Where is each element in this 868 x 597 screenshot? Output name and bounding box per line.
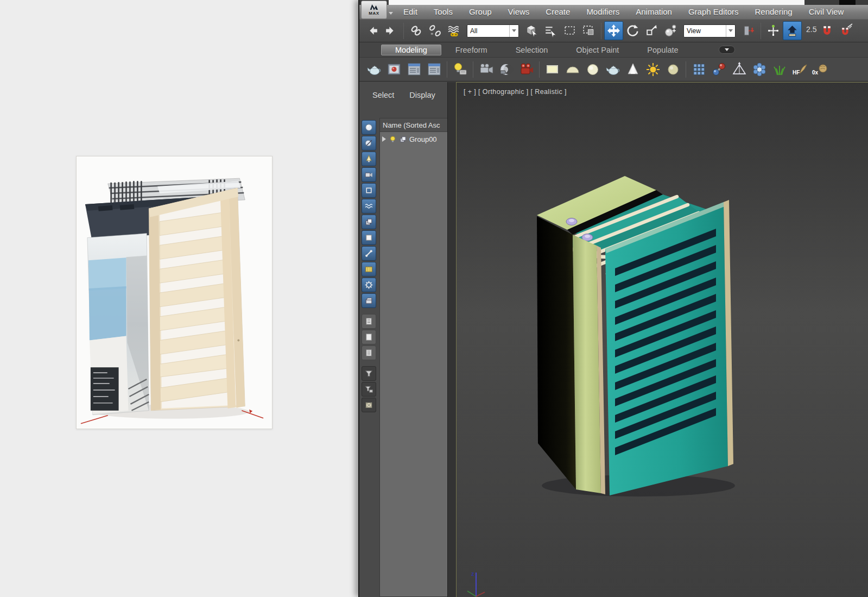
- filter-icon[interactable]: [362, 366, 376, 381]
- rendered-frame-icon[interactable]: [384, 59, 404, 79]
- video-camera-icon[interactable]: [516, 59, 536, 79]
- angle-snap-icon[interactable]: [837, 21, 856, 40]
- molecule-icon[interactable]: [709, 59, 729, 79]
- menu-views[interactable]: Views: [500, 5, 538, 19]
- visibility-bulb-icon[interactable]: [389, 135, 397, 143]
- render-setup-icon[interactable]: [404, 59, 424, 79]
- geometry-icon[interactable]: [362, 120, 376, 135]
- ribbon-config-dropdown[interactable]: [719, 46, 735, 54]
- bones-icon[interactable]: [362, 246, 376, 261]
- max-window: MAX Edit Tools Group Views Create Modifi…: [358, 0, 868, 597]
- menu-create[interactable]: Create: [537, 5, 578, 19]
- xrefs-icon[interactable]: [362, 230, 376, 245]
- menu-group[interactable]: Group: [461, 5, 500, 19]
- explorer-menu-select[interactable]: Select: [372, 91, 394, 99]
- title-bar: [359, 0, 868, 5]
- night-camera-icon[interactable]: [496, 59, 516, 79]
- scale-icon[interactable]: [642, 21, 661, 40]
- camera-icon[interactable]: [476, 59, 496, 79]
- select-object-icon[interactable]: [522, 21, 541, 40]
- cone-icon[interactable]: [623, 59, 643, 79]
- title-bar-light-segment: [389, 0, 804, 5]
- grass-icon[interactable]: [769, 59, 789, 79]
- settings-icon[interactable]: [362, 278, 376, 292]
- list-view-icon[interactable]: [362, 314, 376, 329]
- teapot-icon[interactable]: [603, 59, 623, 79]
- selection-filter-dropdown[interactable]: All: [467, 24, 519, 37]
- window-crossing-icon[interactable]: [579, 21, 598, 40]
- group-node-icon: [399, 135, 407, 143]
- blank-view-icon[interactable]: [362, 330, 376, 344]
- application-menu-button[interactable]: MAX: [361, 1, 387, 19]
- ribbon-tab-bar: Modeling Freeform Selection Object Paint…: [359, 42, 868, 57]
- ox-icon[interactable]: 0x: [809, 59, 829, 79]
- tab-freeform[interactable]: Freeform: [441, 45, 502, 55]
- toolbar-separator: [447, 61, 447, 78]
- snap-mode-label: 2.5: [806, 25, 816, 34]
- helpers-icon[interactable]: [362, 183, 376, 198]
- hf-icon[interactable]: HF: [789, 59, 809, 79]
- viewport[interactable]: [ + ] [ Orthographic ] [ Realistic ]: [456, 82, 868, 597]
- sphere-light-icon[interactable]: [582, 59, 603, 79]
- menu-graph-editors[interactable]: Graph Editors: [680, 5, 747, 19]
- undo-icon[interactable]: [363, 21, 382, 40]
- environment-dialog-icon[interactable]: [424, 59, 444, 79]
- scene-tree-column-header[interactable]: Name (Sorted Asc: [380, 118, 447, 132]
- moon-icon[interactable]: [663, 59, 683, 79]
- detail-view-icon[interactable]: [362, 345, 376, 360]
- menu-tools[interactable]: Tools: [426, 5, 461, 19]
- spacewarps-icon[interactable]: [362, 199, 376, 213]
- tab-modeling[interactable]: Modeling: [381, 45, 441, 55]
- app-menu-caret-icon[interactable]: [389, 12, 393, 15]
- panel-splitter[interactable]: [447, 82, 456, 597]
- lights-icon[interactable]: [362, 152, 376, 166]
- archive-icon[interactable]: [362, 398, 376, 412]
- scene-tree-row-group001[interactable]: Group00: [380, 132, 447, 146]
- menu-edit[interactable]: Edit: [395, 5, 426, 19]
- sauna-heater-model: [533, 150, 739, 503]
- menu-civil-view[interactable]: Civil View: [801, 5, 852, 19]
- rectangular-selection-icon[interactable]: [560, 21, 579, 40]
- max-logo-label: MAX: [369, 11, 379, 16]
- select-by-name-icon[interactable]: [541, 21, 560, 40]
- unlink-icon[interactable]: [426, 21, 445, 40]
- filter-settings-icon[interactable]: [362, 382, 376, 397]
- pyramid-icon[interactable]: [729, 59, 749, 79]
- coord-system-dropdown[interactable]: View: [683, 24, 736, 37]
- link-icon[interactable]: [407, 21, 426, 40]
- pivot-center-icon[interactable]: [739, 21, 758, 40]
- snap-toggle-icon[interactable]: [818, 21, 837, 40]
- expand-arrow-icon[interactable]: [382, 136, 386, 142]
- rotate-icon[interactable]: [623, 21, 642, 40]
- groups-icon[interactable]: [362, 215, 376, 229]
- dome-light-icon[interactable]: [562, 59, 582, 79]
- viewport-label[interactable]: [ + ] [ Orthographic ] [ Realistic ]: [464, 88, 567, 96]
- select-and-manipulate-icon[interactable]: [764, 21, 783, 40]
- render-teapot-icon[interactable]: [364, 59, 384, 79]
- redo-icon[interactable]: [382, 21, 401, 40]
- shapes-icon[interactable]: [362, 136, 376, 150]
- array-icon[interactable]: [689, 59, 709, 79]
- toolbar-separator: [539, 61, 540, 78]
- explorer-menu-display[interactable]: Display: [409, 91, 435, 99]
- menu-bar: Edit Tools Group Views Create Modifiers …: [359, 5, 868, 19]
- flower-icon[interactable]: [749, 59, 769, 79]
- rect-light-icon[interactable]: [542, 59, 562, 79]
- node-label: Group00: [409, 135, 437, 143]
- containers-icon[interactable]: [362, 293, 376, 308]
- screen: MAX Edit Tools Group Views Create Modifi…: [0, 0, 868, 597]
- select-and-place-icon[interactable]: [661, 21, 680, 40]
- menu-modifiers[interactable]: Modifiers: [578, 5, 628, 19]
- light-lister-icon[interactable]: [450, 59, 470, 79]
- move-icon[interactable]: [604, 21, 623, 40]
- menu-animation[interactable]: Animation: [628, 5, 680, 19]
- tab-object-paint[interactable]: Object Paint: [562, 45, 633, 55]
- tab-populate[interactable]: Populate: [633, 45, 692, 55]
- bind-to-spacewarp-icon[interactable]: [445, 21, 464, 40]
- menu-rendering[interactable]: Rendering: [746, 5, 800, 19]
- sun-icon[interactable]: [643, 59, 663, 79]
- tab-selection[interactable]: Selection: [502, 45, 562, 55]
- materials-icon[interactable]: [362, 262, 376, 276]
- keyboard-override-icon[interactable]: [783, 21, 802, 40]
- cameras-icon[interactable]: [362, 167, 376, 182]
